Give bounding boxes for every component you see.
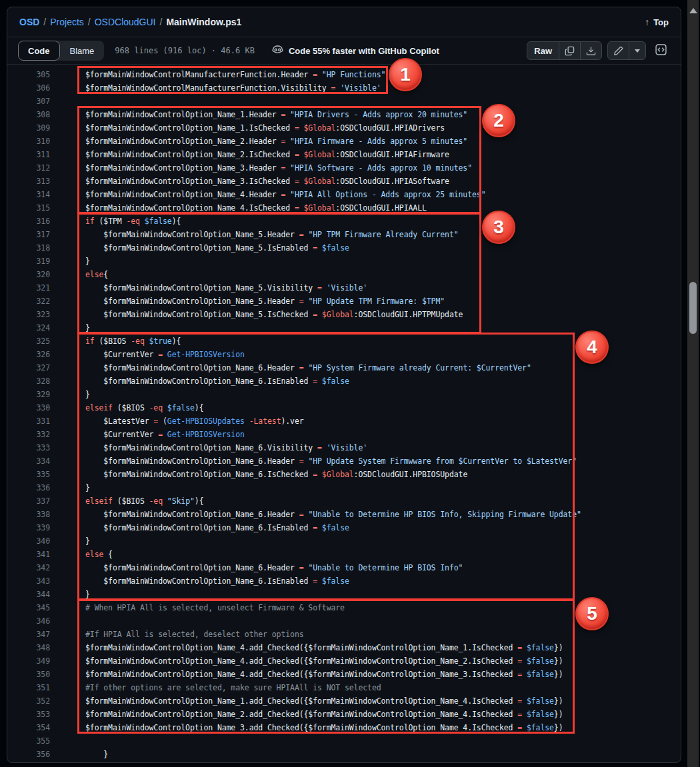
code-line: 309$formMainWindowControlOption_Name_1.I… — [7, 121, 681, 135]
code-line: 327 $formMainWindowControlOption_Name_6.… — [7, 361, 681, 375]
line-number[interactable]: 345 — [7, 601, 50, 614]
line-number[interactable]: 353 — [7, 708, 50, 721]
line-number[interactable]: 349 — [7, 654, 50, 668]
tab-code[interactable]: Code — [18, 41, 60, 61]
code-line: 347#If HPIA All is selected, deselect ot… — [7, 628, 681, 641]
line-number[interactable]: 316 — [7, 215, 50, 228]
line-number[interactable]: 329 — [7, 388, 50, 401]
line-number[interactable]: 347 — [7, 628, 50, 641]
line-number[interactable]: 318 — [7, 241, 50, 255]
line-number[interactable]: 335 — [7, 468, 50, 481]
copy-button[interactable] — [559, 42, 581, 59]
code-text: $formMainWindowControlOption_Name_6.IsEn… — [85, 521, 349, 534]
line-number[interactable]: 352 — [7, 694, 50, 708]
raw-button[interactable]: Raw — [527, 42, 559, 59]
line-number[interactable]: 350 — [7, 668, 50, 681]
code-line: 321 $formMainWindowControlOption_Name_5.… — [7, 281, 681, 295]
line-number[interactable]: 331 — [7, 414, 50, 428]
line-number[interactable]: 344 — [7, 588, 50, 601]
line-number[interactable]: 342 — [7, 561, 50, 574]
line-number[interactable]: 323 — [7, 308, 50, 321]
file-toolbar: Code Blame 968 lines (916 loc) · 46.6 KB… — [7, 37, 681, 65]
line-number[interactable]: 346 — [7, 614, 50, 628]
code-view: 305$formMainWindowControlManufacturerFun… — [7, 65, 681, 761]
code-line: 320else{ — [7, 268, 681, 281]
line-number[interactable]: 317 — [7, 228, 50, 241]
code-line: 350$formMainWindowControlOption_Name_4.a… — [7, 668, 681, 681]
code-text: $formMainWindowControlOption_Name_1.add_… — [85, 694, 563, 708]
code-line: 313$formMainWindowControlOption_Name_3.I… — [7, 175, 681, 188]
line-number[interactable]: 330 — [7, 401, 50, 414]
scrollbar[interactable] — [687, 0, 699, 767]
code-text: } — [85, 255, 90, 268]
copilot-banner[interactable]: Code 55% faster with GitHub Copilot — [272, 44, 439, 58]
line-number[interactable]: 327 — [7, 361, 50, 375]
line-number[interactable]: 307 — [7, 95, 50, 108]
code-line: 331 $LatestVer = (Get-HPBIOSUpdates -Lat… — [7, 414, 681, 428]
line-number[interactable]: 310 — [7, 135, 50, 148]
line-number[interactable]: 308 — [7, 108, 50, 121]
code-line: 312$formMainWindowControlOption_Name_3.H… — [7, 161, 681, 175]
line-number[interactable]: 315 — [7, 201, 50, 215]
code-text: $formMainWindowControlOption_Name_5.IsCh… — [85, 308, 463, 321]
edit-button[interactable] — [608, 42, 629, 59]
line-number[interactable]: 338 — [7, 508, 50, 521]
line-number[interactable]: 321 — [7, 281, 50, 295]
code-line: 336} — [7, 481, 681, 494]
code-line: 323 $formMainWindowControlOption_Name_5.… — [7, 308, 681, 321]
back-to-top-link[interactable]: ↑ Top — [645, 17, 669, 27]
line-number[interactable]: 332 — [7, 428, 50, 441]
code-line: 311$formMainWindowControlOption_Name_2.I… — [7, 148, 681, 161]
line-number[interactable]: 355 — [7, 734, 50, 748]
code-text: $formMainWindowControlOption_Name_1.IsCh… — [85, 121, 445, 135]
line-number[interactable]: 340 — [7, 534, 50, 548]
breadcrumb-folder-osdcloudgui[interactable]: OSDCloudGUI — [95, 17, 156, 27]
line-number[interactable]: 348 — [7, 641, 50, 654]
line-number[interactable]: 314 — [7, 188, 50, 201]
code-line: 328 $formMainWindowControlOption_Name_6.… — [7, 375, 681, 388]
scrollbar-thumb[interactable] — [689, 282, 697, 334]
line-number[interactable]: 333 — [7, 441, 50, 454]
tab-blame[interactable]: Blame — [60, 41, 105, 61]
code-line: 330elseif ($BIOS -eq $false){ — [7, 401, 681, 414]
code-line: 306$formMainWindowControlManufacturerFun… — [7, 81, 681, 95]
breadcrumb-repo-link[interactable]: OSD — [19, 17, 39, 27]
line-number[interactable]: 311 — [7, 148, 50, 161]
code-line: 329} — [7, 388, 681, 401]
symbols-button[interactable] — [651, 41, 670, 60]
line-number[interactable]: 336 — [7, 481, 50, 494]
code-text: $formMainWindowControlOption_Name_4.IsCh… — [85, 201, 427, 215]
line-number[interactable]: 306 — [7, 81, 50, 95]
toolbar-actions: Raw — [527, 41, 670, 60]
scrollbar-up-button[interactable] — [689, 8, 697, 13]
code-text: $formMainWindowControlOption_Name_4.add_… — [85, 654, 563, 668]
line-number[interactable]: 356 — [7, 748, 50, 761]
breadcrumb-folder-projects[interactable]: Projects — [50, 17, 84, 27]
line-number[interactable]: 326 — [7, 348, 50, 361]
breadcrumb-separator: / — [43, 17, 46, 27]
line-number[interactable]: 334 — [7, 454, 50, 468]
download-button[interactable] — [581, 42, 601, 59]
line-number[interactable]: 322 — [7, 295, 50, 308]
line-number[interactable]: 324 — [7, 321, 50, 335]
line-number[interactable]: 343 — [7, 574, 50, 588]
line-number[interactable]: 351 — [7, 681, 50, 694]
line-number[interactable]: 305 — [7, 68, 50, 81]
line-number[interactable]: 319 — [7, 255, 50, 268]
code-text: } — [85, 588, 90, 601]
edit-dropdown-button[interactable] — [629, 42, 645, 59]
line-number[interactable]: 313 — [7, 175, 50, 188]
code-text: $formMainWindowControlOption_Name_3.IsCh… — [85, 175, 449, 188]
code-text: } — [85, 748, 108, 761]
line-number[interactable]: 341 — [7, 548, 50, 561]
code-line: 314$formMainWindowControlOption_Name_4.H… — [7, 188, 681, 201]
line-number[interactable]: 312 — [7, 161, 50, 175]
line-number[interactable]: 320 — [7, 268, 50, 281]
line-number[interactable]: 337 — [7, 494, 50, 508]
line-number[interactable]: 309 — [7, 121, 50, 135]
line-number[interactable]: 339 — [7, 521, 50, 534]
line-number[interactable]: 325 — [7, 335, 50, 348]
line-number[interactable]: 328 — [7, 375, 50, 388]
line-number[interactable]: 354 — [7, 721, 50, 734]
code-text: #If other options are selected, make sur… — [85, 681, 381, 694]
